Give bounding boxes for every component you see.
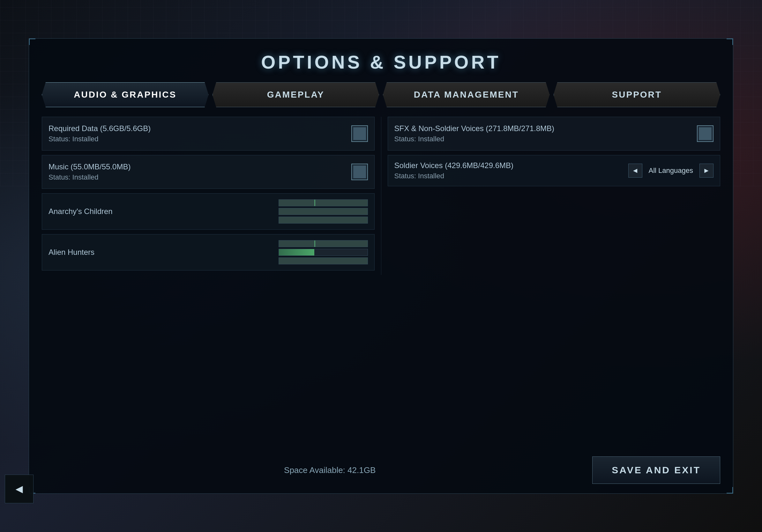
right-column: SFX & Non-Soldier Voices (271.8MB/271.8M…	[381, 117, 721, 275]
soldier-voices-item: Soldier Voices (429.6MB/429.6MB) Status:…	[388, 155, 721, 186]
lang-prev-button[interactable]: ◄	[628, 164, 642, 178]
anarchys-children-progress	[278, 199, 368, 224]
required-data-item: Required Data (5.6GB/5.6GB) Status: Inst…	[42, 117, 375, 151]
required-data-text: Required Data (5.6GB/5.6GB) Status: Inst…	[48, 124, 351, 143]
alien-progress-track-1	[278, 240, 368, 247]
tabs-row: AUDIO & GRAPHICS GAMEPLAY DATA MANAGEMEN…	[29, 82, 733, 113]
sfx-voices-text: SFX & Non-Soldier Voices (271.8MB/271.8M…	[394, 124, 697, 143]
language-label: All Languages	[645, 166, 697, 175]
music-checkbox[interactable]	[351, 164, 368, 180]
main-panel: OPTIONS & SUPPORT AUDIO & GRAPHICS GAMEP…	[29, 38, 733, 494]
anarchys-children-item: Anarchy's Children	[42, 193, 375, 230]
progress-track-1	[278, 199, 368, 206]
music-text: Music (55.0MB/55.0MB) Status: Installed	[48, 162, 351, 181]
bottom-bar: Space Available: 42.1GB SAVE AND EXIT	[29, 456, 733, 484]
save-exit-button[interactable]: SAVE AND EXIT	[592, 456, 720, 484]
soldier-voices-status: Status: Installed	[394, 172, 628, 180]
progress-fill-3	[279, 217, 368, 223]
left-column: Required Data (5.6GB/5.6GB) Status: Inst…	[42, 117, 381, 275]
alien-hunters-title: Alien Hunters	[48, 248, 272, 257]
alien-progress-fill-1	[279, 240, 368, 247]
alien-progress-track-2	[278, 249, 368, 256]
tab-audio-graphics[interactable]: AUDIO & GRAPHICS	[42, 82, 209, 107]
alien-hunters-progress	[278, 240, 368, 264]
space-available-label: Space Available: 42.1GB	[284, 465, 376, 475]
page-title: OPTIONS & SUPPORT	[29, 38, 733, 82]
alien-progress-fill-3	[279, 258, 368, 264]
progress-divider-1	[314, 200, 315, 206]
sfx-voices-checkbox[interactable]	[697, 125, 714, 142]
back-button-outer[interactable]: ◄	[5, 475, 34, 503]
alien-progress-fill-2	[279, 249, 314, 255]
alien-hunters-item: Alien Hunters	[42, 234, 375, 270]
lang-next-button[interactable]: ►	[700, 164, 714, 178]
alien-progress-track-3	[278, 257, 368, 264]
tab-support[interactable]: SUPPORT	[554, 82, 721, 107]
progress-track-3	[278, 217, 368, 224]
tab-data-management[interactable]: DATA MANAGEMENT	[383, 82, 550, 107]
required-data-checkbox[interactable]	[351, 125, 368, 142]
soldier-voices-title: Soldier Voices (429.6MB/429.6MB)	[394, 161, 628, 170]
progress-track-2	[278, 208, 368, 215]
soldier-voices-text: Soldier Voices (429.6MB/429.6MB) Status:…	[394, 161, 628, 180]
progress-fill-2	[279, 208, 368, 215]
music-status: Status: Installed	[48, 173, 351, 181]
language-selector: ◄ All Languages ►	[628, 164, 714, 178]
alien-progress-divider-1	[314, 240, 315, 247]
music-title: Music (55.0MB/55.0MB)	[48, 162, 351, 171]
required-data-status: Status: Installed	[48, 135, 351, 143]
content-area: Required Data (5.6GB/5.6GB) Status: Inst…	[29, 113, 733, 278]
progress-fill-1	[279, 200, 368, 206]
music-item: Music (55.0MB/55.0MB) Status: Installed	[42, 155, 375, 189]
sfx-voices-item: SFX & Non-Soldier Voices (271.8MB/271.8M…	[388, 117, 721, 151]
anarchys-children-title: Anarchy's Children	[48, 207, 272, 216]
sfx-voices-title: SFX & Non-Soldier Voices (271.8MB/271.8M…	[394, 124, 697, 133]
tab-gameplay[interactable]: GAMEPLAY	[212, 82, 379, 107]
sfx-voices-status: Status: Installed	[394, 135, 697, 143]
required-data-title: Required Data (5.6GB/5.6GB)	[48, 124, 351, 133]
back-arrow-icon: ◄	[13, 482, 25, 496]
